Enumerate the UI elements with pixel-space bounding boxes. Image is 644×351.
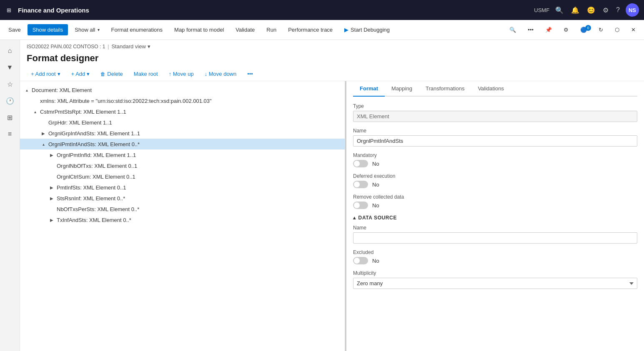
expand-icon[interactable]: ▶	[48, 217, 55, 223]
add-button[interactable]: + Add ▾	[67, 69, 94, 79]
ds-name-field-group: Name	[353, 225, 637, 244]
excluded-label: Excluded	[353, 249, 637, 255]
close-button[interactable]: ✕	[626, 24, 641, 35]
tab-format[interactable]: Format	[353, 81, 385, 97]
expand-icon[interactable]: ▶	[48, 152, 55, 158]
tree-item[interactable]: ▶StsRsnInf: XML Element 0..*	[20, 193, 345, 204]
tree-item[interactable]: ▴CstmrPmtStsRpt: XML Element 1..1	[20, 106, 345, 117]
tree-item[interactable]: ▶TxInfAndSts: XML Element 0..*	[20, 214, 345, 225]
format-enumerations-button[interactable]: Format enumerations	[106, 24, 168, 35]
deferred-execution-toggle[interactable]	[353, 181, 368, 188]
map-format-to-model-button[interactable]: Map format to model	[169, 24, 229, 35]
deferred-execution-toggle-row: No	[353, 181, 637, 188]
more-actions-button[interactable]: •••	[243, 69, 257, 79]
properties-tabs: FormatMappingTransformationsValidations	[353, 81, 637, 97]
expand-icon[interactable]: ▶	[48, 184, 55, 191]
help-icon[interactable]: ?	[614, 5, 621, 15]
nav-home-icon[interactable]: ⌂	[3, 43, 18, 58]
tree-item[interactable]: OrgnlCtrlSum: XML Element 0..1	[20, 171, 345, 182]
view-chevron: ▾	[148, 43, 150, 50]
type-label: Type	[353, 103, 637, 109]
search-toolbar-button[interactable]: 🔍	[504, 24, 521, 35]
name-label: Name	[353, 128, 637, 134]
tree-item[interactable]: xmlns: XML Attribute = "urn:iso:std:iso:…	[20, 95, 345, 106]
tree-item-label: OrgnlNbOfTxs: XML Element 0..1	[57, 163, 137, 169]
breadcrumb-path: ISO20022 PAIN.002 CONTOSO : 1	[27, 44, 105, 50]
tree-item[interactable]: GrpHdr: XML Element 1..1	[20, 117, 345, 128]
refresh-button[interactable]: ↻	[594, 24, 608, 35]
content-area: ▴Document: XML Elementxmlns: XML Attribu…	[20, 81, 644, 351]
tree-item[interactable]: ▶PmtInfSts: XML Element 0..1	[20, 182, 345, 193]
tab-validations[interactable]: Validations	[471, 81, 511, 97]
gear-icon[interactable]: ⚙	[601, 5, 610, 16]
delete-button[interactable]: 🗑 Delete	[96, 69, 127, 79]
avatar[interactable]: NS	[626, 3, 639, 17]
nav-filter-icon[interactable]: ▼	[3, 60, 18, 75]
type-input[interactable]	[353, 111, 637, 122]
nav-workspace-icon[interactable]: ⊞	[3, 110, 18, 125]
name-input[interactable]	[353, 135, 637, 147]
more-toolbar-button[interactable]: •••	[523, 24, 539, 35]
show-all-chevron: ▾	[98, 27, 100, 32]
excluded-toggle[interactable]	[353, 257, 368, 264]
expand-icon[interactable]: ▶	[48, 195, 55, 202]
tree-item[interactable]: ▴OrgnlPmtInfAndSts: XML Element 0..*	[20, 139, 345, 149]
tree-item-label: CstmrPmtStsRpt: XML Element 1..1	[40, 109, 126, 115]
nav-list-icon[interactable]: ≡	[3, 127, 18, 142]
tree-item[interactable]: NbOfTxsPerSts: XML Element 0..*	[20, 204, 345, 214]
view-label: Standard view	[111, 43, 145, 50]
app-grid-button[interactable]: ⊞	[5, 5, 13, 15]
tree-item-label: GrpHdr: XML Element 1..1	[48, 119, 112, 126]
breadcrumb: ISO20022 PAIN.002 CONTOSO : 1 | Standard…	[20, 40, 644, 51]
start-debugging-button[interactable]: ▶ Start Debugging	[339, 24, 395, 35]
multiplicity-field-group: Multiplicity Zero manyOneZero oneOne man…	[353, 270, 637, 289]
move-up-button[interactable]: ↑ Move up	[165, 69, 198, 79]
show-all-button[interactable]: Show all ▾	[70, 24, 104, 35]
expand-icon[interactable]: ▴	[32, 108, 38, 115]
smiley-icon[interactable]: 😊	[585, 5, 597, 16]
nav-recent-icon[interactable]: 🕐	[3, 93, 18, 108]
add-root-button[interactable]: + Add root ▾	[27, 69, 65, 79]
remove-collected-data-toggle[interactable]	[353, 202, 368, 209]
section-title: DATA SOURCE	[358, 215, 397, 221]
tree-item[interactable]: ▶OrgnlGrpInfAndSts: XML Element 1..1	[20, 128, 345, 139]
top-bar: ⊞ Finance and Operations USMF 🔍 🔔 😊 ⚙ ? …	[0, 0, 644, 20]
open-button[interactable]: ⬡	[610, 24, 624, 35]
view-selector[interactable]: Standard view ▾	[111, 43, 150, 50]
remove-collected-data-toggle-row: No	[353, 202, 637, 209]
tab-transformations[interactable]: Transformations	[419, 81, 471, 97]
search-icon[interactable]: 🔍	[554, 5, 565, 16]
tree-item[interactable]: ▴Document: XML Element	[20, 85, 345, 95]
run-button[interactable]: Run	[261, 24, 281, 35]
settings-button[interactable]: ⚙	[559, 24, 574, 35]
tree-item-label: OrgnlPmtInfId: XML Element 1..1	[57, 152, 136, 158]
mandatory-toggle[interactable]	[353, 160, 368, 167]
panel-splitter[interactable]	[345, 81, 346, 351]
tree-item[interactable]: ▶OrgnlPmtInfId: XML Element 1..1	[20, 149, 345, 160]
left-nav: ⌂ ▼ ☆ 🕐 ⊞ ≡	[0, 40, 20, 351]
badge-button[interactable]: 🔵 0	[575, 24, 592, 35]
tab-mapping[interactable]: Mapping	[385, 81, 419, 97]
pin-button[interactable]: 📌	[540, 24, 557, 35]
ds-name-input[interactable]	[353, 232, 637, 244]
section-collapse-icon[interactable]: ▴	[353, 215, 356, 221]
toolbar-right: 🔍 ••• 📌 ⚙ 🔵 0 ↻ ⬡ ✕	[504, 24, 641, 35]
expand-icon[interactable]: ▶	[40, 130, 47, 137]
performance-trace-button[interactable]: Performance trace	[283, 24, 338, 35]
bell-icon[interactable]: 🔔	[569, 5, 581, 16]
tree-item[interactable]: OrgnlNbOfTxs: XML Element 0..1	[20, 160, 345, 171]
show-details-button[interactable]: Show details	[28, 24, 68, 35]
make-root-button[interactable]: Make root	[130, 69, 162, 79]
multiplicity-select[interactable]: Zero manyOneZero oneOne many	[353, 278, 637, 289]
save-button[interactable]: Save	[3, 24, 26, 35]
expand-icon	[40, 119, 47, 126]
move-down-button[interactable]: ↓ Move down	[200, 69, 241, 79]
expand-icon[interactable]: ▴	[40, 141, 47, 147]
app-title: Finance and Operations	[18, 7, 529, 14]
tree-item-label: OrgnlCtrlSum: XML Element 0..1	[57, 174, 135, 180]
mandatory-value: No	[372, 161, 379, 167]
validate-button[interactable]: Validate	[231, 24, 260, 35]
tree-item-label: xmlns: XML Attribute = "urn:iso:std:iso:…	[40, 98, 212, 104]
expand-icon[interactable]: ▴	[23, 87, 30, 93]
nav-favorites-icon[interactable]: ☆	[3, 77, 18, 92]
